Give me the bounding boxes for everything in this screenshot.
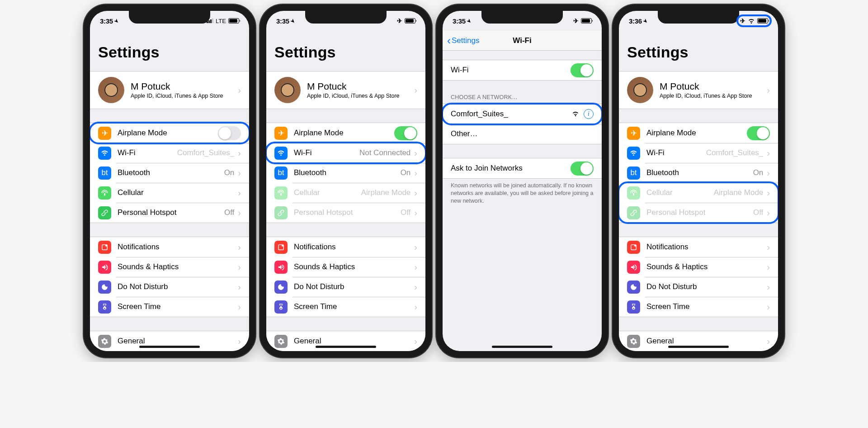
notif-icon (274, 241, 288, 254)
home-indicator[interactable] (316, 346, 376, 348)
info-icon[interactable]: i (584, 109, 594, 119)
settings-row-dnd[interactable]: Do Not Disturb› (266, 277, 425, 297)
chevron-right-icon: › (767, 208, 770, 218)
status-right: ✈ (573, 17, 592, 24)
settings-row-airplane[interactable]: ✈Airplane Mode (619, 123, 778, 143)
settings-row-hotspot[interactable]: Personal HotspotOff› (266, 203, 425, 223)
home-indicator[interactable] (492, 346, 552, 348)
toggle-switch[interactable] (218, 126, 241, 140)
row-label: Bluetooth (294, 168, 401, 177)
settings-row-notif[interactable]: Notifications› (266, 237, 425, 257)
chevron-right-icon: › (414, 85, 417, 95)
settings-row-notif[interactable]: Notifications› (90, 237, 249, 257)
settings-row-st[interactable]: Screen Time› (266, 297, 425, 317)
avatar (274, 77, 301, 103)
row-label: Wi-Fi (118, 148, 177, 157)
row-value: On (401, 168, 411, 177)
settings-row-cell[interactable]: CellularAirplane Mode› (619, 183, 778, 203)
battery-icon (757, 18, 768, 24)
row-value: On (753, 168, 764, 177)
wifi-icon (572, 110, 579, 118)
settings-row-cell[interactable]: Cellular› (90, 183, 249, 203)
toggle-switch[interactable] (747, 126, 770, 140)
home-indicator[interactable] (139, 346, 200, 348)
network-row[interactable]: Comfort_Suites_ i (443, 104, 602, 124)
chevron-right-icon: › (238, 262, 241, 272)
settings-row-bt[interactable]: btBluetoothOn› (266, 163, 425, 183)
bt-icon: bt (98, 166, 111, 180)
settings-row-wifi[interactable]: Wi-FiComfort_Suites_› (90, 143, 249, 163)
row-label: Notifications (646, 243, 767, 252)
settings-row-sound[interactable]: Sounds & Haptics› (619, 257, 778, 277)
profile-row[interactable]: M Potuck Apple ID, iCloud, iTunes & App … (90, 71, 249, 109)
chevron-left-icon: ‹ (447, 35, 451, 46)
settings-row-dnd[interactable]: Do Not Disturb› (619, 277, 778, 297)
battery-icon (228, 18, 239, 24)
cell-icon (627, 186, 640, 200)
toggle-switch[interactable] (571, 162, 594, 176)
settings-row-sound[interactable]: Sounds & Haptics› (266, 257, 425, 277)
row-label: Personal Hotspot (294, 208, 401, 217)
chevron-right-icon: › (767, 85, 770, 95)
airplane-icon: ✈ (274, 127, 288, 140)
bt-icon: bt (627, 166, 640, 180)
battery-icon (405, 18, 415, 24)
chevron-right-icon: › (767, 188, 770, 198)
network-ssid: Comfort_Suites_ (451, 109, 572, 119)
chevron-right-icon: › (767, 262, 770, 272)
profile-name: M Potuck (660, 81, 767, 92)
ask-join-row[interactable]: Ask to Join Networks (443, 158, 602, 178)
svg-point-3 (282, 244, 283, 246)
row-value: Off (224, 208, 234, 217)
settings-row-gear[interactable]: General› (90, 331, 249, 351)
notif-icon (98, 241, 111, 254)
row-label: Personal Hotspot (118, 208, 224, 217)
wifi-toggle-row[interactable]: Wi-Fi (443, 60, 602, 80)
chevron-right-icon: › (767, 282, 770, 292)
home-indicator[interactable] (668, 346, 729, 348)
settings-row-gear[interactable]: General› (619, 331, 778, 351)
status-time: 3:35➤ (100, 17, 118, 25)
back-button[interactable]: ‹Settings (447, 35, 479, 46)
toggle-switch[interactable] (571, 63, 594, 77)
chevron-right-icon: › (238, 282, 241, 292)
toggle-switch[interactable] (394, 126, 417, 140)
sound-icon (274, 261, 288, 274)
settings-row-dnd[interactable]: Do Not Disturb› (90, 277, 249, 297)
profile-row[interactable]: M Potuck Apple ID, iCloud, iTunes & App … (619, 71, 778, 109)
airplane-icon: ✈ (627, 127, 640, 140)
chevron-right-icon: › (767, 168, 770, 178)
settings-row-st[interactable]: Screen Time› (90, 297, 249, 317)
row-label: Cellular (646, 188, 714, 197)
battery-icon (581, 18, 592, 24)
settings-row-sound[interactable]: Sounds & Haptics› (90, 257, 249, 277)
other-network-row[interactable]: Other… (443, 124, 602, 144)
screen: Settings M Potuck Apple ID, iCloud, iTun… (90, 31, 249, 351)
settings-row-cell[interactable]: CellularAirplane Mode› (266, 183, 425, 203)
settings-row-hotspot[interactable]: Personal HotspotOff› (90, 203, 249, 223)
settings-row-bt[interactable]: btBluetoothOn› (619, 163, 778, 183)
page-title: Settings (266, 43, 425, 65)
location-arrow-icon: ➤ (642, 17, 649, 24)
settings-row-st[interactable]: Screen Time› (619, 297, 778, 317)
settings-row-wifi[interactable]: Wi-FiComfort_Suites_› (619, 143, 778, 163)
profile-row[interactable]: M Potuck Apple ID, iCloud, iTunes & App … (266, 71, 425, 109)
chevron-right-icon: › (767, 148, 770, 158)
wifi-icon (627, 147, 640, 160)
row-label: Sounds & Haptics (294, 262, 414, 271)
screen: ‹Settings Wi-Fi Wi-Fi Choose a Network… … (443, 31, 602, 351)
settings-row-notif[interactable]: Notifications› (619, 237, 778, 257)
chevron-right-icon: › (414, 262, 417, 272)
gear-icon (98, 335, 111, 348)
settings-row-hotspot[interactable]: Personal HotspotOff› (619, 203, 778, 223)
settings-row-wifi[interactable]: Wi-FiNot Connected› (266, 143, 425, 163)
row-value: Off (401, 208, 410, 217)
row-value: On (224, 168, 235, 177)
row-label: Notifications (294, 243, 414, 252)
status-time: 3:35➤ (453, 17, 471, 25)
settings-row-airplane[interactable]: ✈Airplane Mode (266, 123, 425, 143)
settings-row-gear[interactable]: General› (266, 331, 425, 351)
settings-row-airplane[interactable]: ✈Airplane Mode (90, 123, 249, 143)
settings-row-bt[interactable]: btBluetoothOn› (90, 163, 249, 183)
row-label: Screen Time (118, 302, 238, 311)
